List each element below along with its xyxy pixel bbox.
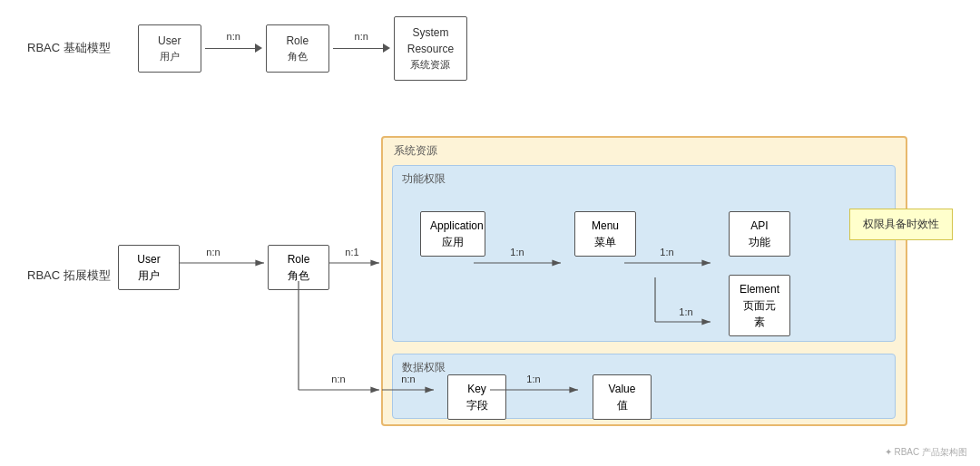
data-arrow-role-key-label: n:n bbox=[331, 374, 345, 384]
bottom-role-en: Role bbox=[278, 251, 319, 267]
note-text: 权限具备时效性 bbox=[863, 218, 939, 230]
key-en: Key bbox=[457, 381, 496, 397]
top-arrow-label-2: n:n bbox=[355, 31, 368, 42]
key-zh: 字段 bbox=[457, 397, 496, 413]
key-box: Key 字段 bbox=[447, 374, 506, 420]
bottom-user-box: User 用户 bbox=[118, 245, 180, 290]
api-zh: 功能 bbox=[739, 234, 780, 250]
top-user-box: User 用户 bbox=[138, 24, 201, 73]
bottom-section-label: RBAC 拓展模型 bbox=[27, 267, 111, 284]
bottom-user-en: User bbox=[128, 251, 170, 267]
diagram-container: RBAC 基础模型 User 用户 n:n Role 角色 n:n System… bbox=[0, 0, 980, 466]
system-resource-title: 系统资源 bbox=[394, 143, 437, 159]
value-box: Value 值 bbox=[593, 374, 652, 420]
bottom-arrow-role-app-label: n:1 bbox=[345, 247, 358, 257]
application-zh: 应用 bbox=[430, 234, 475, 250]
note-box: 权限具备时效性 bbox=[849, 209, 953, 240]
func-permission-box: 功能权限 Application 应用 Menu 菜单 API 功能 Eleme… bbox=[392, 165, 896, 342]
element-en: Element bbox=[739, 281, 780, 297]
top-arrow-label-1: n:n bbox=[227, 31, 240, 42]
top-arrow-1: n:n bbox=[205, 44, 262, 53]
bottom-user-zh: 用户 bbox=[128, 267, 170, 284]
watermark: ✦ RBAC 产品架构图 bbox=[885, 446, 967, 459]
top-sysres-box: SystemResource 系统资源 bbox=[394, 16, 467, 81]
top-role-box: Role 角色 bbox=[266, 24, 329, 73]
top-role-en: Role bbox=[279, 33, 316, 49]
application-en: Application bbox=[430, 218, 475, 234]
element-zh: 页面元素 bbox=[739, 297, 780, 330]
top-role-zh: 角色 bbox=[279, 49, 316, 64]
element-box: Element 页面元素 bbox=[729, 275, 790, 336]
api-en: API bbox=[739, 218, 780, 234]
top-section-label: RBAC 基础模型 bbox=[27, 40, 111, 56]
top-sysres-en: SystemResource bbox=[407, 24, 454, 57]
value-zh: 值 bbox=[603, 397, 642, 413]
application-box: Application 应用 bbox=[420, 211, 485, 257]
api-box: API 功能 bbox=[729, 211, 790, 257]
func-permission-title: 功能权限 bbox=[402, 171, 446, 187]
top-sysres-zh: 系统资源 bbox=[407, 57, 454, 73]
menu-box: Menu 菜单 bbox=[574, 211, 636, 257]
top-arrow-2: n:n bbox=[333, 44, 390, 53]
top-user-en: User bbox=[152, 33, 188, 49]
top-section: RBAC 基础模型 User 用户 n:n Role 角色 n:n System… bbox=[27, 16, 467, 81]
bottom-arrow-user-role-label: n:n bbox=[206, 247, 220, 257]
top-user-zh: 用户 bbox=[152, 49, 188, 64]
menu-zh: 菜单 bbox=[584, 234, 626, 250]
data-permission-title: 数据权限 bbox=[402, 360, 446, 375]
data-permission-box: 数据权限 Key 字段 Value 值 bbox=[392, 354, 896, 419]
bottom-role-box: Role 角色 bbox=[268, 245, 329, 290]
system-resource-box: 系统资源 功能权限 Application 应用 Menu 菜单 API 功能 … bbox=[381, 136, 907, 426]
bottom-role-zh: 角色 bbox=[278, 267, 319, 284]
menu-en: Menu bbox=[584, 218, 626, 234]
value-en: Value bbox=[603, 381, 642, 397]
